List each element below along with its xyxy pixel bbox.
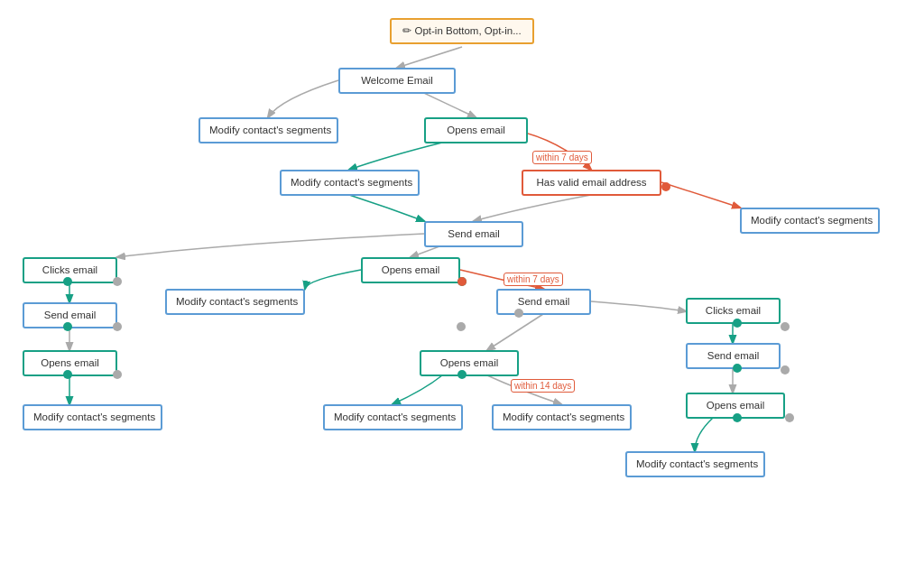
send1-node[interactable]: Send email — [424, 221, 523, 247]
modify6-node[interactable]: Modify contact's segments — [492, 404, 632, 430]
dot-opens5-yes — [733, 413, 742, 422]
modify3-node[interactable]: Modify contact's segments — [165, 289, 305, 315]
dot-send2-yes — [63, 322, 72, 331]
modify4-node[interactable]: Modify contact's segments — [23, 404, 162, 430]
svg-line-0 — [397, 47, 462, 68]
dot-clicks2-no — [781, 322, 790, 331]
welcome-email-node[interactable]: Welcome Email — [338, 68, 456, 94]
svg-line-2 — [661, 182, 740, 208]
modify7-node[interactable]: Modify contact's segments — [625, 451, 765, 477]
dot-opens2-no — [457, 322, 466, 331]
within7a-label: within 7 days — [532, 151, 592, 164]
dot-send2-no — [113, 322, 122, 331]
dot-opens3-no — [113, 370, 122, 379]
root-node-label: ✏ Opt-in Bottom, Opt-in... — [402, 25, 521, 36]
svg-line-7 — [487, 314, 543, 350]
welcome-email-label: Welcome Email — [361, 75, 433, 86]
dot-opens2-red — [457, 277, 467, 286]
workflow-canvas: ✏ Opt-in Bottom, Opt-in... Welcome Email… — [0, 0, 924, 564]
dot-valid-red — [661, 182, 670, 191]
dot-clicks2-yes — [733, 319, 742, 328]
dot-send4-yes — [733, 364, 742, 373]
dot-clicks1-yes — [63, 277, 72, 286]
modify2-node[interactable]: Modify contact's segments — [280, 170, 420, 196]
opens2-node[interactable]: Opens email — [361, 257, 460, 283]
modify-right-node[interactable]: Modify contact's segments — [740, 208, 880, 234]
valid-email-node[interactable]: Has valid email address — [522, 170, 661, 196]
modify5-node[interactable]: Modify contact's segments — [323, 404, 463, 430]
dot-opens5-no — [785, 413, 794, 422]
send3-node[interactable]: Send email — [496, 289, 591, 315]
opens4-node[interactable]: Opens email — [420, 350, 519, 376]
dot-opens3-yes — [63, 370, 72, 379]
dot-send3-no — [514, 309, 523, 318]
opens1-node[interactable]: Opens email — [424, 117, 528, 143]
root-node[interactable]: ✏ Opt-in Bottom, Opt-in... — [390, 18, 534, 44]
within7b-label: within 7 days — [504, 273, 563, 286]
dot-send4-no — [781, 365, 790, 374]
dot-clicks1-no — [113, 277, 122, 286]
modify1-node[interactable]: Modify contact's segments — [199, 117, 338, 143]
dot-opens4-yes — [457, 370, 467, 379]
within14-label: within 14 days — [511, 379, 575, 393]
